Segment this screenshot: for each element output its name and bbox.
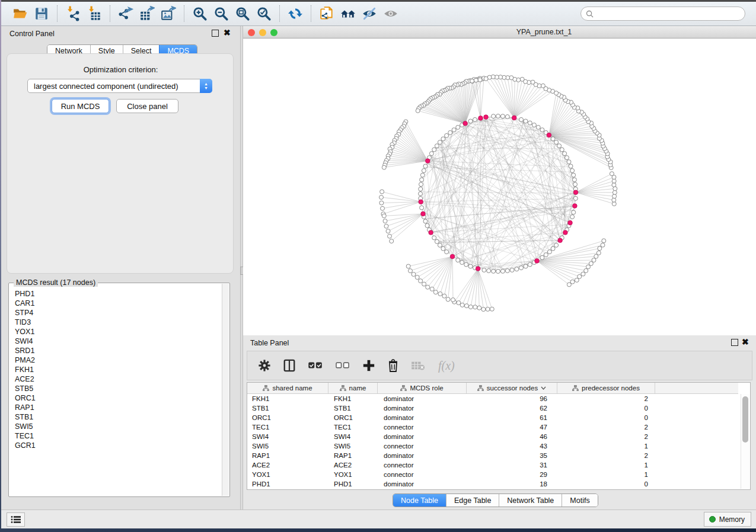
mcds-result-list[interactable]: PHD1CAR1STP4TID3YOX1SWI4SRD1PMA2FKH1ACE2… [9,286,222,496]
tab-motifs[interactable]: Motifs [562,494,597,507]
select-all-icon[interactable] [308,357,323,374]
deselect-all-icon[interactable] [335,357,350,374]
search-box[interactable] [580,7,745,21]
cell: SWI5 [247,443,328,450]
close-icon[interactable]: ✖ [224,30,231,37]
cell: ORC1 [247,414,328,421]
float-window-icon[interactable] [731,339,738,346]
dropdown-stepper-icon: ▲▼ [200,79,212,93]
mcds-result-item[interactable]: ORC1 [15,393,222,403]
toolbar-group [184,5,279,22]
toolbar-group [279,5,311,22]
cell: 2 [557,452,655,459]
table-row[interactable]: SWI5SWI5connector431 [247,441,738,451]
column-label: name [349,384,366,392]
dropdown-selected-value: largest connected component (undirected) [28,82,200,91]
mcds-result-item[interactable]: GCR1 [15,441,222,450]
column-header-name[interactable]: name [328,383,378,393]
mcds-result-item[interactable]: PMA2 [15,355,222,365]
mcds-result-item[interactable]: SRD1 [15,346,222,355]
gear-icon[interactable] [258,357,271,374]
zoom-in-icon[interactable] [192,5,208,22]
cell: dominator [378,405,467,412]
clone-network-icon[interactable] [318,5,335,22]
network-canvas[interactable] [243,39,756,335]
mcds-result-scrollbar[interactable] [222,284,229,496]
table-row[interactable]: RAP1RAP1dominator352 [247,451,738,460]
columns-icon[interactable] [283,357,296,374]
cell: ORC1 [328,414,378,421]
zoom-selected-icon[interactable] [256,5,272,22]
save-icon[interactable] [33,5,50,22]
open-folder-icon[interactable] [12,5,28,22]
cell: STB1 [247,405,328,412]
column-label: shared name [272,384,312,392]
import-table-icon[interactable] [86,5,103,22]
cell: 62 [467,405,557,412]
task-manager-button[interactable] [7,512,25,527]
mcds-result-item[interactable]: STP4 [15,308,222,318]
memory-status-icon [709,516,716,523]
close-icon[interactable]: ✖ [742,339,749,346]
run-mcds-button[interactable]: Run MCDS [52,99,109,113]
refresh-icon[interactable] [287,5,304,22]
table-row[interactable]: PHD1PHD1dominator180 [247,479,738,489]
tab-edge-table[interactable]: Edge Table [446,494,499,507]
import-network-icon[interactable] [65,5,81,22]
zoom-fit-icon[interactable] [234,5,251,22]
memory-label: Memory [719,515,745,524]
mcds-result-item[interactable]: SWI5 [15,422,222,431]
table-row[interactable]: FKH1FKH1dominator962 [247,394,738,403]
zoom-out-icon[interactable] [213,5,229,22]
function-icon: f(x) [437,357,461,374]
mcds-result-item[interactable]: FKH1 [15,365,222,374]
network-graph[interactable] [243,39,756,335]
column-header-predecessor-nodes[interactable]: predecessor nodes [557,383,655,393]
table-row[interactable]: ACE2ACE2connector311 [247,460,738,470]
mcds-result-item[interactable]: TEC1 [15,431,222,441]
mcds-result-item[interactable]: TID3 [15,318,222,327]
tab-network-table[interactable]: Network Table [499,494,562,507]
table-row[interactable]: SWI4SWI4dominator462 [247,432,738,441]
float-window-icon[interactable] [212,30,219,37]
tab-node-table[interactable]: Node Table [393,494,446,507]
optimization-criterion-dropdown[interactable]: largest connected component (undirected)… [27,79,212,93]
export-image-icon[interactable] [160,5,177,22]
mcds-result-item[interactable]: SWI4 [15,336,222,346]
delete-icon[interactable] [387,357,399,374]
toolbar-group [5,5,57,22]
network-view-title: YPA_prune.txt_1 [243,28,756,36]
table-scrollbar[interactable] [741,394,749,489]
mcds-result-item[interactable]: ACE2 [15,374,222,384]
mcds-result-item[interactable]: RAP1 [15,403,222,412]
cell: 0 [557,405,655,412]
mcds-result-groupbox: MCDS result (17 nodes) PHD1CAR1STP4TID3Y… [8,283,230,497]
add-icon[interactable] [362,357,375,374]
table-row[interactable]: ORC1ORC1dominator610 [247,413,738,422]
mcds-result-item[interactable]: YOX1 [15,327,222,336]
search-icon [586,10,594,18]
close-panel-button[interactable]: Close panel [116,99,178,113]
export-table-icon[interactable] [139,5,155,22]
search-input[interactable] [596,9,740,18]
mcds-result-item[interactable]: PHD1 [15,289,222,299]
column-header-shared-name[interactable]: shared name [247,383,328,393]
table-row[interactable]: STB1STB1dominator620 [247,403,738,413]
show-graphics-details-icon[interactable] [382,5,399,22]
hide-graphics-details-icon[interactable] [361,5,378,22]
svg-text:f(x): f(x) [438,359,455,373]
memory-button[interactable]: Memory [704,512,751,527]
mcds-result-item[interactable]: CAR1 [15,299,222,308]
table-row[interactable]: YOX1YOX1connector291 [247,470,738,479]
column-header-MCDS-role[interactable]: MCDS role [378,383,467,393]
mcds-result-item[interactable]: STB5 [15,384,222,393]
cell: 96 [467,395,557,402]
table-row[interactable]: TEC1TEC1connector472 [247,422,738,432]
network-view-titlebar[interactable]: YPA_prune.txt_1 [243,26,756,39]
scrollbar-thumb[interactable] [742,396,748,443]
cell: PHD1 [328,480,378,488]
mcds-result-item[interactable]: STB1 [15,412,222,422]
network-overview-icon[interactable] [340,5,356,22]
column-header-successor-nodes[interactable]: successor nodes [467,383,557,393]
export-network-icon[interactable] [117,5,134,22]
